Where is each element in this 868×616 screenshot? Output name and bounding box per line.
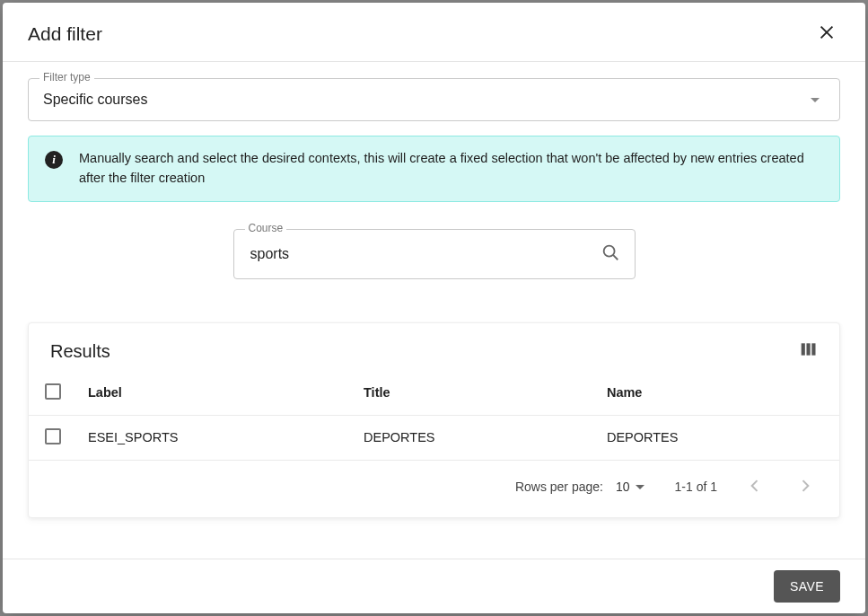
info-icon: i — [45, 151, 63, 169]
info-banner-text: Manually search and select the desired c… — [79, 149, 823, 189]
table-row: ESEI_SPORTS DEPORTES DEPORTES — [29, 415, 839, 460]
chevron-left-icon — [746, 484, 764, 497]
svg-rect-5 — [807, 343, 811, 355]
info-banner: i Manually search and select the desired… — [28, 136, 840, 202]
table-header-row: Label Title Name — [29, 371, 839, 416]
course-search-row: Course — [28, 229, 840, 279]
column-header-label: Label — [77, 371, 353, 416]
chevron-down-icon — [636, 485, 644, 489]
filter-type-label: Filter type — [39, 71, 94, 84]
add-filter-dialog: Add filter Filter type Specific courses … — [3, 3, 865, 613]
filter-type-value: Specific courses — [43, 92, 148, 108]
column-header-name: Name — [596, 371, 839, 416]
dialog-title: Add filter — [28, 23, 102, 45]
course-search-label: Course — [245, 222, 287, 234]
row-checkbox[interactable] — [45, 428, 61, 444]
results-header: Results — [29, 323, 839, 371]
results-card: Results Label Title Name — [28, 322, 840, 518]
dialog-header: Add filter — [3, 3, 865, 62]
svg-rect-6 — [811, 343, 815, 355]
rows-per-page-value: 10 — [616, 480, 630, 494]
column-header-title: Title — [353, 371, 596, 416]
columns-icon[interactable] — [800, 341, 818, 361]
chevron-right-icon — [796, 484, 814, 497]
select-all-checkbox[interactable] — [45, 383, 61, 400]
pagination-range: 1-1 of 1 — [675, 480, 717, 494]
filter-type-select[interactable]: Filter type Specific courses — [28, 78, 840, 121]
cell-title: DEPORTES — [353, 415, 596, 460]
rows-per-page: Rows per page: 10 — [515, 480, 650, 494]
prev-page-button[interactable] — [742, 473, 767, 501]
cell-name: DEPORTES — [596, 415, 839, 460]
svg-point-2 — [603, 245, 614, 256]
close-icon — [817, 31, 837, 45]
course-search-field: Course — [233, 229, 636, 279]
dialog-footer: SAVE — [3, 559, 865, 613]
results-title: Results — [50, 341, 110, 362]
close-button[interactable] — [813, 19, 840, 48]
rows-per-page-label: Rows per page: — [515, 480, 603, 494]
svg-line-3 — [613, 255, 618, 260]
pagination: Rows per page: 10 1-1 of 1 — [29, 461, 839, 517]
course-search-input[interactable] — [249, 245, 601, 263]
chevron-down-icon — [811, 98, 820, 102]
search-icon — [601, 242, 620, 266]
next-page-button[interactable] — [793, 473, 818, 501]
rows-per-page-select[interactable]: 10 — [616, 480, 650, 494]
dialog-body: Filter type Specific courses i Manually … — [3, 62, 865, 559]
cell-label: ESEI_SPORTS — [77, 415, 353, 460]
svg-rect-4 — [802, 343, 805, 355]
results-table: Label Title Name ESEI_SPORTS DEPORTES DE… — [29, 371, 839, 461]
save-button[interactable]: SAVE — [774, 570, 840, 603]
